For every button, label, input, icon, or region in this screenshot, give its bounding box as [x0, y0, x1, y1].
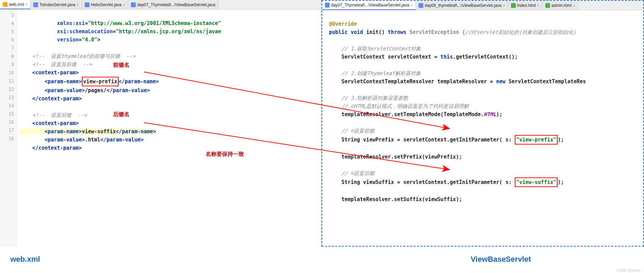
tab-label: web.xml [9, 2, 24, 7]
split-container: web.xml× ToindexServlet.java× HelloServl… [0, 0, 644, 247]
java-file-icon [33, 2, 38, 7]
tab-viewbase-day07[interactable]: day07_Thymeleaf\...\ViewBaseServlet.java… [322, 1, 416, 10]
close-icon[interactable]: × [77, 3, 79, 7]
consistency-label: 名称要保持一致 [206, 151, 244, 158]
tab-label: day07_Thymeleaf\...\ViewBaseServlet.java [331, 3, 409, 8]
footer-labels: web.xml ViewBaseServlet [0, 247, 644, 267]
right-editor[interactable]: @Override public void init() throws Serv… [322, 10, 643, 246]
tab-label: index.html [517, 3, 536, 8]
view-prefix-box: "view-prefix" [515, 135, 558, 145]
close-icon[interactable]: × [411, 3, 413, 7]
tab-admin-html[interactable]: admin.html× [543, 1, 578, 10]
left-editor[interactable]: 3456789101112131415161718 xmlns:xsi="htt… [0, 10, 321, 247]
close-icon[interactable]: × [503, 3, 505, 8]
html-file-icon [511, 3, 516, 8]
right-pane: day07_Thymeleaf\...\ViewBaseServlet.java… [321, 0, 644, 247]
tab-label: day07_Thymeleaf\...\ViewBaseServlet.java [137, 2, 215, 7]
left-pane: web.xml× ToindexServlet.java× HelloServl… [0, 0, 321, 247]
tab-viewbase-day08[interactable]: day08_thymeleaf\...\ViewBaseServlet.java… [416, 1, 508, 10]
prefix-name-box: view-prefix [82, 77, 119, 86]
view-suffix-box: "view-suffix" [515, 177, 558, 187]
footer-right-label: ViewBaseServlet [471, 255, 531, 264]
java-file-icon [418, 3, 423, 8]
tab-index-html[interactable]: index.html× [508, 1, 543, 10]
tab-label: day08_thymeleaf\...\ViewBaseServlet.java [425, 3, 501, 8]
close-icon[interactable]: × [123, 3, 125, 7]
prefix-label: 前缀名 [113, 62, 130, 69]
left-tabs: web.xml× ToindexServlet.java× HelloServl… [0, 0, 321, 10]
watermark: CSDN @siaok [616, 268, 641, 272]
tab-label: ToindexServlet.java [39, 2, 75, 7]
java-file-icon [131, 2, 136, 7]
xml-file-icon [3, 2, 8, 7]
close-icon[interactable]: × [537, 3, 539, 8]
tab-viewbase-1[interactable]: day07_Thymeleaf\...\ViewBaseServlet.java [128, 0, 218, 9]
tab-hello-servlet[interactable]: HelloServlet.java× [82, 0, 128, 9]
tab-toindex-servlet[interactable]: ToindexServlet.java× [31, 0, 82, 9]
close-icon[interactable]: × [25, 2, 27, 7]
tab-web-xml[interactable]: web.xml× [0, 0, 31, 9]
suffix-label: 后缀名 [113, 111, 130, 118]
tab-label: admin.html [551, 3, 572, 8]
java-file-icon [325, 3, 330, 8]
java-file-icon [85, 2, 89, 7]
close-icon[interactable]: × [573, 3, 575, 8]
right-tabs: day07_Thymeleaf\...\ViewBaseServlet.java… [322, 1, 643, 10]
tab-label: HelloServlet.java [91, 2, 122, 7]
html-file-icon [545, 3, 550, 8]
code-area[interactable]: xmlns:xsi="http://www.w3.org/2001/XMLSch… [17, 10, 321, 247]
footer-left-label: web.xml [10, 255, 40, 264]
code-area[interactable]: @Override public void init() throws Serv… [322, 10, 643, 246]
line-gutter: 3456789101112131415161718 [0, 10, 17, 247]
